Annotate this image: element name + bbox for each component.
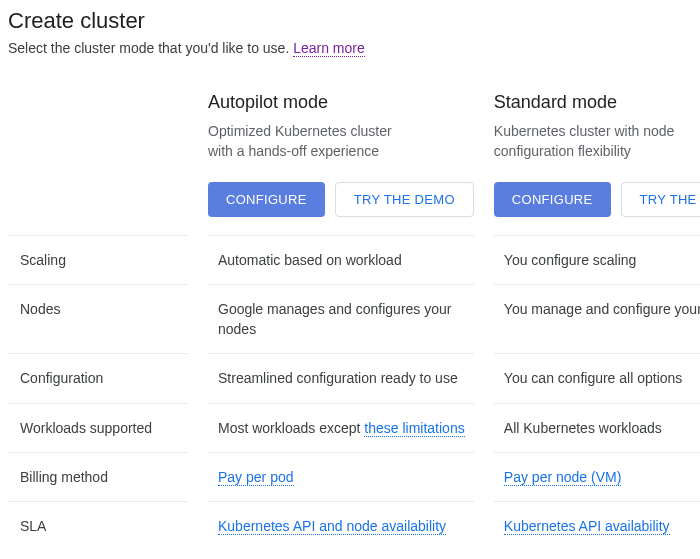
workloads-standard: All Kubernetes workloads <box>494 403 700 452</box>
nodes-standard: You manage and configure your nodes <box>494 284 700 354</box>
row-label-nodes: Nodes <box>8 284 188 354</box>
row-label-workloads: Workloads supported <box>8 403 188 452</box>
billing-standard-link[interactable]: Pay per node (VM) <box>504 469 622 486</box>
row-label-billing: Billing method <box>8 452 188 501</box>
workloads-autopilot-text: Most workloads except <box>218 420 364 436</box>
standard-title: Standard mode <box>494 92 700 113</box>
autopilot-buttons: CONFIGURE TRY THE DEMO <box>208 182 474 217</box>
sla-standard-link[interactable]: Kubernetes API availability <box>504 518 670 535</box>
sla-autopilot-link[interactable]: Kubernetes API and node availability <box>218 518 446 535</box>
scaling-standard: You configure scaling <box>494 235 700 284</box>
standard-desc: Kubernetes cluster with node configurati… <box>494 121 700 162</box>
billing-autopilot: Pay per pod <box>208 452 474 501</box>
workloads-limitations-link[interactable]: these limitations <box>364 420 464 437</box>
configuration-standard: You can configure all options <box>494 353 700 402</box>
billing-autopilot-link[interactable]: Pay per pod <box>218 469 294 486</box>
scaling-autopilot: Automatic based on workload <box>208 235 474 284</box>
sla-standard: Kubernetes API availability <box>494 501 700 550</box>
row-label-configuration: Configuration <box>8 353 188 402</box>
row-label-sla: SLA <box>8 501 188 550</box>
empty-corner <box>8 92 188 235</box>
subtitle-text: Select the cluster mode that you'd like … <box>8 40 293 56</box>
page-subtitle: Select the cluster mode that you'd like … <box>8 40 692 56</box>
configuration-autopilot: Streamlined configuration ready to use <box>208 353 474 402</box>
standard-demo-button[interactable]: TRY THE DEMO <box>621 182 700 217</box>
autopilot-configure-button[interactable]: CONFIGURE <box>208 182 325 217</box>
autopilot-demo-button[interactable]: TRY THE DEMO <box>335 182 474 217</box>
standard-buttons: CONFIGURE TRY THE DEMO <box>494 182 700 217</box>
autopilot-title: Autopilot mode <box>208 92 474 113</box>
nodes-autopilot: Google manages and configures your nodes <box>208 284 474 354</box>
standard-column-header: Standard mode Kubernetes cluster with no… <box>494 92 700 235</box>
learn-more-link[interactable]: Learn more <box>293 40 365 57</box>
autopilot-column-header: Autopilot mode Optimized Kubernetes clus… <box>208 92 474 235</box>
sla-autopilot: Kubernetes API and node availability <box>208 501 474 550</box>
billing-standard: Pay per node (VM) <box>494 452 700 501</box>
page-title: Create cluster <box>8 8 692 34</box>
autopilot-desc: Optimized Kubernetes cluster with a hand… <box>208 121 418 162</box>
standard-configure-button[interactable]: CONFIGURE <box>494 182 611 217</box>
comparison-grid: Autopilot mode Optimized Kubernetes clus… <box>8 92 692 551</box>
row-label-scaling: Scaling <box>8 235 188 284</box>
workloads-autopilot: Most workloads except these limitations <box>208 403 474 452</box>
